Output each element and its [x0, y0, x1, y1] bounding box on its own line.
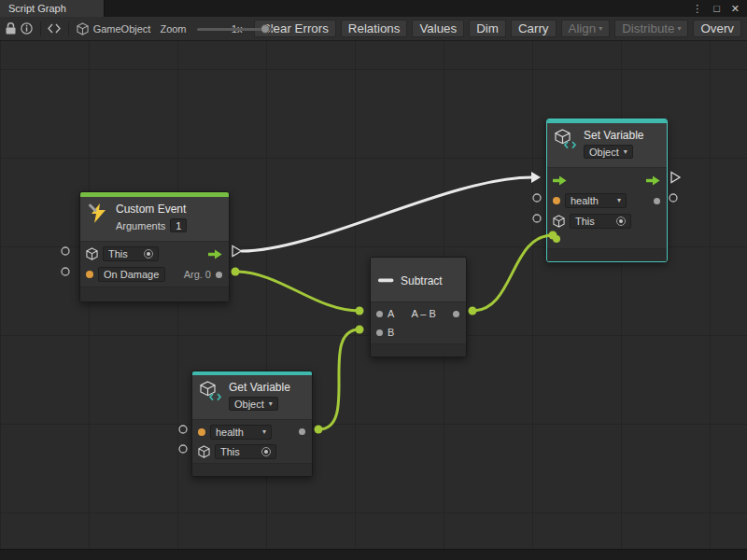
window-controls: ⋮ □ ✕ — [684, 0, 747, 17]
arg0-label: Arg. 0 — [184, 269, 211, 280]
dim-button[interactable]: Dim — [469, 20, 506, 37]
tab-script-graph[interactable]: Script Graph — [0, 0, 105, 17]
port-indicator[interactable] — [533, 194, 541, 202]
flow-port-indicator[interactable] — [671, 173, 680, 183]
window-menu-icon[interactable]: ⋮ — [692, 3, 702, 15]
this-target-field[interactable]: This — [570, 214, 631, 229]
flow-wire-end-arrow — [531, 172, 541, 183]
node-get-variable[interactable]: Get Variable Object ▾ health ▾ — [191, 371, 313, 477]
unity-visual-scripting-window: Script Graph ⋮ □ ✕ GameObject Zoom 1x — [0, 0, 747, 560]
value-output-port[interactable] — [654, 198, 660, 204]
wire-flow-customevent-to-setvariable — [242, 177, 532, 251]
wire-endpoint — [356, 326, 364, 334]
node-title: Custom Event — [116, 203, 187, 216]
relations-button[interactable]: Relations — [341, 20, 408, 37]
input-b-port[interactable] — [376, 329, 383, 336]
b-label: B — [388, 327, 394, 338]
caret-down-icon: ▾ — [624, 148, 627, 156]
port-indicator[interactable] — [179, 445, 187, 453]
flow-output-port[interactable] — [646, 175, 660, 186]
distribute-button[interactable]: Distribute▾ — [614, 20, 688, 37]
value-input-port[interactable] — [553, 235, 560, 243]
variable-icon — [555, 129, 577, 149]
custom-event-icon — [88, 203, 109, 224]
zoom-slider-handle[interactable] — [261, 24, 270, 34]
arguments-input[interactable]: 1 — [170, 218, 187, 232]
variable-name-dropdown[interactable]: health ▾ — [210, 425, 272, 440]
close-icon[interactable]: ✕ — [731, 3, 740, 15]
node-custom-event[interactable]: Custom Event Arguments 1 This — [79, 191, 230, 302]
variable-icon — [200, 381, 222, 401]
overview-button[interactable]: Overv — [693, 20, 741, 37]
port-indicator[interactable] — [62, 247, 69, 255]
info-icon[interactable] — [21, 21, 33, 37]
object-picker-icon[interactable] — [616, 217, 626, 226]
bottom-bar — [0, 549, 747, 560]
result-output-port[interactable] — [453, 311, 459, 317]
values-button[interactable]: Values — [412, 20, 464, 37]
lock-icon[interactable] — [6, 21, 16, 37]
variable-name-port[interactable] — [198, 428, 205, 436]
cube-icon — [553, 215, 565, 228]
wire-arg0-to-subtract-a — [235, 272, 359, 311]
graph-toolbar: GameObject Zoom 1x Clear Errors Relation… — [0, 17, 747, 41]
a-label: A — [388, 308, 394, 319]
value-output-port[interactable] — [299, 428, 305, 435]
wire-endpoint — [315, 426, 323, 434]
event-name-field[interactable]: On Damage — [98, 267, 165, 282]
wire-endpoint — [232, 268, 240, 276]
flow-input-port[interactable] — [553, 175, 567, 186]
flow-wire-start-arrow — [233, 246, 242, 257]
wire-endpoint — [469, 307, 477, 315]
port-indicator[interactable] — [179, 426, 187, 433]
node-subtract[interactable]: Subtract A A – B B — [370, 257, 467, 357]
event-name-port[interactable] — [86, 271, 93, 278]
code-icon[interactable] — [48, 21, 61, 37]
zoom-label: Zoom — [160, 23, 186, 35]
output-label: A – B — [399, 308, 448, 319]
maximize-icon[interactable]: □ — [713, 3, 720, 14]
port-indicator[interactable] — [62, 268, 69, 275]
cube-icon — [86, 247, 98, 260]
minus-icon — [378, 278, 394, 283]
caret-down-icon: ▾ — [269, 400, 273, 408]
caret-down-icon: ▾ — [677, 25, 681, 33]
this-target-field[interactable]: This — [103, 246, 159, 261]
tab-title: Script Graph — [8, 3, 66, 14]
caret-down-icon: ▾ — [262, 428, 266, 436]
wire-endpoint — [356, 307, 364, 315]
align-button[interactable]: Align▾ — [561, 20, 611, 37]
arg0-output-port[interactable] — [216, 272, 222, 278]
this-target-field[interactable]: This — [215, 444, 276, 459]
caret-down-icon: ▾ — [599, 25, 602, 33]
node-title: Get Variable — [229, 381, 290, 394]
node-set-variable[interactable]: Set Variable Object ▾ — [546, 119, 668, 262]
variable-name-dropdown[interactable]: health ▾ — [565, 193, 627, 208]
node-title: Set Variable — [584, 129, 643, 142]
variable-name-port[interactable] — [553, 197, 560, 204]
port-indicator[interactable] — [669, 194, 677, 202]
input-a-port[interactable] — [376, 311, 383, 317]
graph-canvas[interactable]: Custom Event Arguments 1 This — [0, 41, 747, 549]
zoom-slider[interactable] — [197, 23, 221, 35]
variable-scope-dropdown[interactable]: Object ▾ — [584, 145, 633, 159]
wire-subtract-to-setvariable — [472, 235, 553, 311]
carry-button[interactable]: Carry — [511, 20, 557, 37]
gameobject-cube-icon — [77, 21, 89, 37]
object-picker-icon[interactable] — [144, 249, 153, 259]
variable-scope-dropdown[interactable]: Object ▾ — [229, 397, 278, 411]
gameobject-label[interactable]: GameObject — [93, 23, 151, 35]
object-picker-icon[interactable] — [261, 447, 271, 456]
arguments-label: Arguments — [116, 220, 165, 231]
cube-icon — [198, 445, 210, 458]
flow-output-port[interactable] — [208, 249, 222, 259]
caret-down-icon: ▾ — [617, 197, 621, 204]
port-indicator[interactable] — [533, 215, 541, 222]
node-title: Subtract — [401, 274, 443, 287]
title-bar: Script Graph ⋮ □ ✕ — [0, 0, 747, 17]
wire-getvariable-to-subtract-b — [318, 329, 359, 429]
